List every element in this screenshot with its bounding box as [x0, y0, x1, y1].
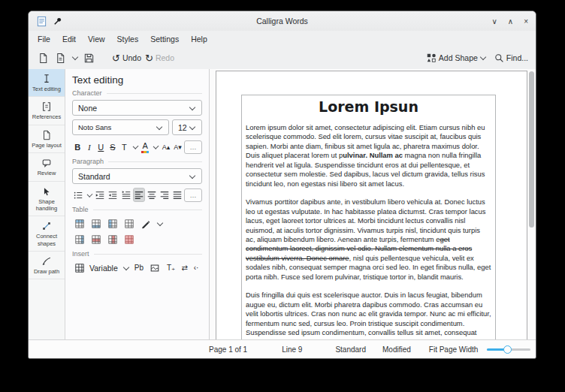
- delete-row-button[interactable]: [89, 232, 103, 246]
- font-family-dropdown[interactable]: Noto Sans: [72, 119, 169, 135]
- add-shape-label: Add Shape: [439, 53, 478, 62]
- insert-table-button[interactable]: [72, 261, 86, 275]
- zoom-mode-button[interactable]: Fit Page Width: [429, 345, 479, 354]
- insert-row-above-button[interactable]: [72, 216, 86, 231]
- paragraph-section-label: Paragraph: [72, 158, 202, 165]
- bold-button[interactable]: B: [72, 141, 83, 154]
- scrollbar-thumb[interactable]: [529, 71, 534, 228]
- add-shape-chevron-icon: [480, 54, 486, 60]
- font-color-chevron-icon[interactable]: [153, 143, 159, 149]
- variable-chevron-icon[interactable]: [123, 264, 129, 270]
- insert-row-below-icon: [91, 219, 101, 229]
- chevron-down-icon: [156, 123, 162, 129]
- insert-frame-icon: [150, 263, 160, 273]
- character-section-label: Character: [72, 89, 202, 97]
- text-position-chevron-icon[interactable]: [132, 143, 138, 149]
- document-paragraph[interactable]: Lorem ipsum dolor sit amet, consectetur …: [246, 123, 491, 188]
- open-document-icon: [55, 53, 66, 64]
- align-center-button[interactable]: [146, 188, 158, 202]
- sidebar-item-label: Page layout: [32, 142, 62, 149]
- delete-column-icon: [107, 234, 118, 245]
- variable-dropdown[interactable]: Variable: [89, 264, 118, 273]
- character-style-value: None: [78, 104, 97, 113]
- list-style-button[interactable]: [72, 188, 84, 202]
- sidebar-item-connect-shapes[interactable]: Connect shapes: [29, 216, 65, 252]
- close-icon[interactable]: ×: [524, 17, 528, 26]
- text-position-button[interactable]: T: [119, 141, 130, 154]
- insert-column-left-button[interactable]: [105, 216, 119, 231]
- menu-settings[interactable]: Settings: [144, 33, 185, 45]
- paragraph-style-dropdown[interactable]: Standard: [72, 168, 202, 184]
- sidebar-item-text-editing[interactable]: Text editing: [29, 69, 65, 97]
- citation-button[interactable]: ‹·: [192, 261, 201, 275]
- save-button[interactable]: [81, 50, 96, 66]
- sidebar-item-label: References: [32, 113, 61, 120]
- align-justify-button[interactable]: [171, 188, 183, 202]
- find-button[interactable]: Find...: [494, 50, 529, 66]
- first-line-indent-icon: [121, 190, 131, 201]
- underline-button[interactable]: U: [95, 141, 107, 154]
- list-style-chevron-icon[interactable]: [87, 191, 93, 198]
- table-grid-button[interactable]: [122, 216, 136, 231]
- indent-decrease-button[interactable]: [107, 188, 119, 202]
- character-style-dropdown[interactable]: None: [72, 100, 202, 116]
- border-pen-chevron-icon[interactable]: [157, 219, 163, 225]
- window-title: Calligra Words: [29, 17, 536, 26]
- delete-column-button[interactable]: [105, 232, 119, 246]
- insert-text-button[interactable]: T₊: [165, 261, 177, 275]
- document-paragraph[interactable]: Vivamus porttitor dapibus ante, in vesti…: [246, 198, 491, 282]
- align-left-button[interactable]: [133, 188, 145, 202]
- menu-edit[interactable]: Edit: [56, 33, 82, 45]
- paragraph-more-button[interactable]: …: [184, 188, 202, 202]
- font-size-dropdown[interactable]: 12: [172, 119, 202, 135]
- page-break-button[interactable]: Pb: [133, 261, 145, 275]
- document-paragraph[interactable]: Duis fringilla dui quis est scelerisque …: [246, 291, 491, 339]
- add-shape-button[interactable]: Add Shape: [425, 50, 488, 66]
- text-frame[interactable]: Lorem Ipsun Lorem ipsum dolor sit amet, …: [241, 95, 496, 339]
- redo-icon: ↻: [145, 53, 153, 63]
- menu-file[interactable]: File: [32, 33, 56, 45]
- insert-frame-button[interactable]: [148, 261, 162, 275]
- menubar: File Edit View Styles Settings Help: [29, 31, 536, 47]
- open-dropdown-chevron-icon[interactable]: [72, 54, 78, 60]
- menu-styles[interactable]: Styles: [111, 33, 145, 45]
- zoom-slider-thumb[interactable]: [503, 345, 512, 354]
- redo-button[interactable]: ↻ Redo: [144, 50, 175, 66]
- align-right-icon: [159, 190, 170, 201]
- strikethrough-button[interactable]: S: [107, 141, 119, 154]
- menu-help[interactable]: Help: [185, 33, 213, 45]
- minimize-icon[interactable]: ∨: [492, 17, 497, 26]
- sidebar-item-draw-path[interactable]: Draw path: [29, 252, 65, 279]
- menu-view[interactable]: View: [82, 33, 111, 45]
- undo-button[interactable]: ↺ Undo: [111, 50, 142, 66]
- font-color-icon: A: [141, 142, 149, 153]
- vertical-scrollbar[interactable]: [529, 71, 534, 337]
- superscript-button[interactable]: A▴: [161, 141, 172, 154]
- font-color-button[interactable]: A: [140, 141, 151, 154]
- sidebar-item-label: Shape handling: [29, 198, 64, 213]
- align-justify-icon: [172, 190, 183, 201]
- sidebar-item-review[interactable]: Review: [29, 153, 65, 181]
- table-border-pen-button[interactable]: [138, 216, 153, 231]
- sidebar-item-page-layout[interactable]: Page layout: [29, 125, 65, 153]
- character-more-button[interactable]: …: [184, 140, 202, 154]
- subscript-button[interactable]: A▾: [172, 141, 183, 154]
- document-area: Lorem Ipsun Lorem ipsum dolor sit amet, …: [210, 69, 536, 339]
- align-center-icon: [147, 190, 157, 201]
- zoom-slider[interactable]: [487, 345, 530, 354]
- indent-increase-button[interactable]: [94, 188, 106, 202]
- new-document-icon: [38, 53, 49, 64]
- sidebar-item-shape-handling[interactable]: Shape handling: [29, 182, 65, 217]
- align-right-button[interactable]: [159, 188, 171, 202]
- italic-button[interactable]: I: [84, 141, 95, 154]
- new-document-button[interactable]: [35, 50, 50, 66]
- sidebar-item-references[interactable]: References: [29, 97, 65, 125]
- swap-button[interactable]: ⇄: [180, 261, 189, 275]
- first-line-indent-button[interactable]: [119, 188, 131, 202]
- open-document-button[interactable]: [53, 50, 68, 66]
- document-heading[interactable]: Lorem Ipsun: [246, 98, 491, 115]
- insert-column-right-button[interactable]: [72, 232, 86, 246]
- delete-table-button[interactable]: [122, 232, 136, 246]
- maximize-icon[interactable]: ∧: [508, 17, 513, 26]
- insert-row-below-button[interactable]: [89, 216, 103, 231]
